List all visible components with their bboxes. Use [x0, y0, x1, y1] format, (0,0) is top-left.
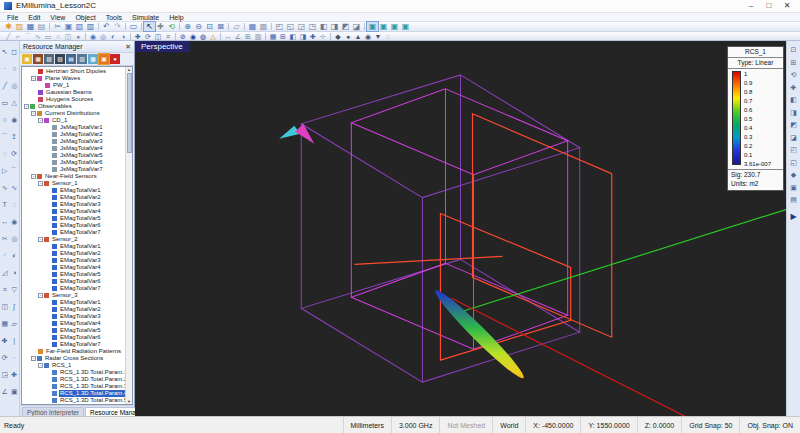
cut-plane-icon[interactable]: ◨ — [298, 32, 308, 41]
create-spline-icon[interactable]: ∿ — [33, 32, 43, 41]
tree-item[interactable]: JsMagTotalVar6 — [22, 159, 124, 166]
mesh-settings-icon[interactable]: ▦ — [268, 32, 278, 41]
full-screen-icon[interactable]: ▭ — [128, 22, 139, 31]
zoom-extents-icon[interactable]: ⊠ — [215, 22, 226, 31]
tree-item[interactable]: EMagTotalVar7 — [22, 341, 124, 348]
tree-item[interactable]: -Sensor_3 — [22, 292, 124, 299]
window-layout1-icon[interactable]: ▣ — [367, 22, 378, 31]
tree-item[interactable]: -Plane Waves — [22, 75, 124, 82]
tree-item[interactable]: EMagTotalVar4 — [22, 208, 124, 215]
orbit-view-icon[interactable]: ⟲ — [791, 69, 797, 82]
tree-scrollbar[interactable]: ▲▼ — [125, 67, 132, 404]
field-display-icon[interactable]: ◧ — [288, 32, 298, 41]
create-rect-icon[interactable]: ▭ — [43, 32, 53, 41]
undo-icon[interactable]: ↶ — [101, 22, 112, 31]
sketch-line-icon[interactable]: ╱ — [0, 77, 9, 94]
tree-expander[interactable]: - — [38, 181, 43, 186]
rotate-icon[interactable]: ⟳ — [143, 32, 153, 41]
menu-file[interactable]: File — [2, 13, 23, 22]
new-project-icon[interactable]: ✱ — [3, 22, 14, 31]
group-icon[interactable]: ▣ — [10, 383, 19, 400]
menu-tools[interactable]: Tools — [101, 13, 127, 22]
dimension-icon[interactable]: ↔ — [0, 213, 9, 230]
tree-item[interactable]: EMagTotalVar1 — [22, 187, 124, 194]
create-arc-icon[interactable]: ⌒ — [23, 32, 33, 41]
slice-icon[interactable]: ◑ — [118, 32, 128, 41]
sketch-spline-icon[interactable]: ∿ — [0, 179, 9, 196]
measure-icon[interactable]: ∠ — [0, 383, 9, 400]
tree-item[interactable]: EMagTotalVar3 — [22, 257, 124, 264]
settings-icon[interactable]: ◌ — [383, 32, 393, 41]
tree-item[interactable]: EMagTotalVar5 — [22, 215, 124, 222]
warning-icon[interactable]: △ — [208, 32, 218, 41]
menu-help[interactable]: Help — [164, 13, 188, 22]
front-view-icon[interactable]: ◧ — [790, 94, 797, 107]
snapshot-icon[interactable]: ▤ — [790, 194, 797, 207]
sketch-arc-icon[interactable]: ⌒ — [0, 128, 9, 145]
solid-cone-icon[interactable]: △ — [10, 94, 19, 111]
tab-python-interpreter[interactable]: Python Interpreter — [22, 407, 84, 416]
create-circle-icon[interactable]: ○ — [53, 32, 63, 41]
back-view-icon[interactable]: ◨ — [790, 107, 797, 120]
tree-item[interactable]: RCS_1.3D.Total.Param.3 — [22, 383, 124, 390]
point-icon[interactable]: · — [10, 349, 19, 366]
view-iso2-icon[interactable]: ◪ — [351, 22, 362, 31]
tree-item[interactable]: EMagTotalVar5 — [22, 271, 124, 278]
scripts-icon[interactable]: ▣ — [99, 54, 109, 64]
print-icon[interactable]: ▤ — [36, 22, 47, 31]
select-icon[interactable]: ↖ — [144, 22, 155, 31]
physics-icon[interactable]: ▧ — [55, 54, 65, 64]
tree-item[interactable]: RCS_1.3D.Total.Param.2 — [22, 376, 124, 383]
zoom-in-icon[interactable]: ⊕ — [182, 22, 193, 31]
union-icon[interactable]: ◉ — [10, 213, 19, 230]
create-box-icon[interactable]: ◫ — [63, 32, 73, 41]
solid-sphere-icon[interactable]: ○ — [10, 60, 19, 77]
tree-expander[interactable]: - — [38, 293, 43, 298]
plane-icon[interactable]: ▱ — [10, 315, 19, 332]
mirror-icon[interactable]: ◫ — [153, 32, 163, 41]
axis-icon[interactable]: | — [10, 332, 19, 349]
loft-icon[interactable]: ⌒ — [10, 162, 19, 179]
tree-expander[interactable]: - — [31, 356, 36, 361]
results-icon[interactable]: ▩ — [88, 54, 98, 64]
tree-expander[interactable]: - — [38, 118, 43, 123]
tree-item[interactable]: Far-Field Radiation Patterns — [22, 348, 124, 355]
zoom-out-icon[interactable]: ⊖ — [193, 22, 204, 31]
left-view-icon[interactable]: ◩ — [790, 119, 797, 132]
solid-torus-icon[interactable]: ◉ — [10, 111, 19, 128]
tree-item[interactable]: RCS_1.3D.Total.Param.4 — [22, 390, 124, 397]
tree-item[interactable]: EMagTotalVar3 — [22, 313, 124, 320]
project-icon[interactable]: ▽ — [10, 281, 19, 298]
view-right-icon[interactable]: ◳ — [307, 22, 318, 31]
tree-expander[interactable]: - — [24, 104, 29, 109]
measure-distance-icon[interactable]: ↔ — [223, 32, 233, 41]
sync-icon[interactable]: ● — [110, 54, 120, 64]
shell-icon[interactable]: ◌ — [10, 196, 19, 213]
fillet-icon[interactable]: ◜ — [0, 247, 9, 264]
boolean-intersect-icon[interactable]: ◐ — [108, 32, 118, 41]
tree-item[interactable]: EMagTotalVar7 — [22, 285, 124, 292]
scale-icon[interactable]: ◲ — [0, 366, 9, 383]
tree-item[interactable]: JsMagTotalVar2 — [22, 131, 124, 138]
sketch-select-icon[interactable]: ↖ — [0, 43, 9, 60]
mirror2-icon[interactable]: ◫ — [0, 298, 9, 315]
redo-icon[interactable]: ↷ — [112, 22, 123, 31]
tree-item[interactable]: EMagTotalVar6 — [22, 278, 124, 285]
pattern-icon[interactable]: ▦ — [0, 315, 9, 332]
scroll-thumb[interactable] — [127, 73, 132, 153]
tree-item[interactable]: -CD_1 — [22, 117, 124, 124]
menu-object[interactable]: Object — [70, 13, 100, 22]
ucs-icon[interactable]: ✚ — [10, 366, 19, 383]
window-layout4-icon[interactable]: ▣ — [400, 22, 411, 31]
view-iso1-icon[interactable]: ◩ — [340, 22, 351, 31]
tree-item[interactable]: EMagTotalVar5 — [22, 327, 124, 334]
tree-item[interactable]: -Sensor_1 — [22, 180, 124, 187]
align-icon[interactable]: ≡ — [163, 32, 173, 41]
menu-edit[interactable]: Edit — [23, 13, 45, 22]
move2-icon[interactable]: ✚ — [0, 332, 9, 349]
tree-expander[interactable]: - — [31, 76, 36, 81]
view-left-icon[interactable]: ◲ — [296, 22, 307, 31]
grid-icon[interactable]: ⊞ — [243, 32, 253, 41]
view-bottom-icon[interactable]: ◱ — [285, 22, 296, 31]
tree-item[interactable]: RCS_1.3D.Total.Param.5 — [22, 397, 124, 404]
